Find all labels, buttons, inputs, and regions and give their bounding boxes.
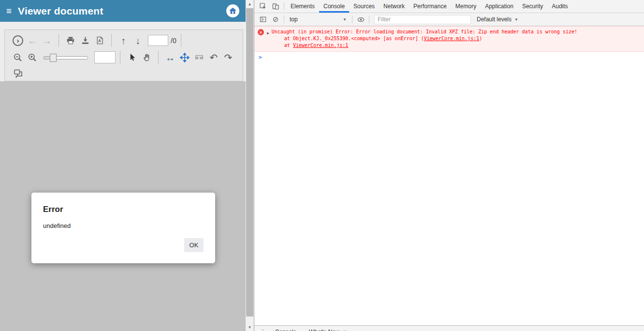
expand-sidebar-icon[interactable]: › <box>13 35 23 46</box>
devtools-tabbar: Elements Console Sources Network Perform… <box>254 0 644 13</box>
page-scrollbar[interactable]: ▲ ▼ <box>246 0 254 331</box>
tab-audits[interactable]: Audits <box>547 0 572 13</box>
hamburger-menu-icon[interactable]: ≡ <box>6 6 12 15</box>
divider <box>181 34 181 47</box>
devtools-panel: Elements Console Sources Network Perform… <box>254 0 644 331</box>
divider <box>59 34 59 47</box>
stack-frame-2: at ViewerCore.min.js:1 <box>284 42 577 49</box>
device-toolbar-button[interactable] <box>269 0 282 13</box>
live-expression-button[interactable] <box>354 15 367 24</box>
console-sidebar-icon <box>259 15 267 23</box>
next-page-icon[interactable]: ↓ <box>132 35 143 46</box>
close-icon[interactable]: × <box>343 329 347 331</box>
divider <box>352 15 352 23</box>
tab-performance[interactable]: Performance <box>409 0 451 13</box>
prompt-chevron-icon: > <box>259 54 262 60</box>
toolbar-wrapper: › ← → <box>0 22 246 81</box>
tab-application[interactable]: Application <box>481 0 518 13</box>
stack-frame-1-close: ) <box>479 36 482 41</box>
fit-page-button[interactable] <box>179 52 190 63</box>
drawer-menu-icon[interactable]: ⋮ <box>260 328 266 331</box>
rotate-cw-button[interactable]: ↷ <box>223 52 234 63</box>
divider <box>158 51 159 64</box>
fit-width-button[interactable]: ↔ <box>165 52 176 63</box>
print-button[interactable] <box>65 35 76 46</box>
stack-frame-1: at Object.KJ._0x255390.<computed> [as on… <box>284 35 577 42</box>
dialog-message: undefined <box>43 222 204 229</box>
print-icon <box>66 36 75 45</box>
select-tool-button[interactable] <box>127 52 137 63</box>
zoom-out-button[interactable] <box>13 52 23 63</box>
chevron-down-icon: ▼ <box>343 17 347 22</box>
zoom-slider-handle[interactable] <box>50 54 57 62</box>
fit-visible-button[interactable] <box>194 52 205 63</box>
comments-icon <box>13 68 23 78</box>
stack-frame-1-text: at Object.KJ._0x255390.<computed> [as on… <box>284 36 424 41</box>
console-toolbar: ⊘ top ▼ Default levels ▼ <box>254 13 644 26</box>
context-selector[interactable]: top ▼ <box>286 16 350 23</box>
page-number-input[interactable] <box>148 35 168 46</box>
log-levels-label: Default levels <box>477 16 512 23</box>
chevron-down-icon: ▼ <box>514 17 518 22</box>
move-arrows-icon <box>180 53 190 62</box>
back-icon[interactable]: ← <box>27 35 38 46</box>
export-pdf-button[interactable] <box>94 35 105 46</box>
source-link[interactable]: ViewerCore.min.js:1 <box>293 43 348 48</box>
source-link[interactable]: ViewerCore.min.js:1 <box>424 36 479 41</box>
context-selector-value: top <box>290 16 298 23</box>
console-prompt[interactable]: > <box>254 52 644 60</box>
tab-elements[interactable]: Elements <box>286 0 319 13</box>
ok-button[interactable]: OK <box>184 238 204 252</box>
document-area: Error undefined OK <box>0 81 246 331</box>
download-icon <box>81 36 90 45</box>
expand-triangle-icon[interactable]: ▶ <box>267 30 269 37</box>
divider <box>369 15 369 23</box>
inspect-element-button[interactable] <box>257 0 269 13</box>
drawer-tab-whats-new[interactable]: What's New × <box>309 329 347 331</box>
console-error-entry: × ▶ Uncaught (in promise) Error: Error l… <box>254 26 644 52</box>
scrollbar-thumb[interactable] <box>246 8 253 316</box>
page-title: Viewer document <box>18 5 103 17</box>
error-icon: × <box>258 29 264 35</box>
viewer-header: ≡ Viewer document <box>0 0 246 22</box>
pdf-file-icon <box>95 36 104 45</box>
tab-network[interactable]: Network <box>379 0 409 13</box>
viewer-toolbar: › ← → <box>4 30 243 81</box>
rotate-ccw-button[interactable]: ↶ <box>208 52 219 63</box>
error-dialog: Error undefined OK <box>31 193 215 263</box>
inspect-icon <box>259 2 267 10</box>
error-text-block: Uncaught (in promise) Error: Error loadi… <box>272 29 577 49</box>
console-sidebar-button[interactable] <box>257 15 269 23</box>
pan-tool-button[interactable] <box>141 52 152 63</box>
app-window: ≡ Viewer document › ← → <box>0 0 644 331</box>
divider <box>284 15 284 23</box>
console-empty-area[interactable] <box>254 60 644 331</box>
clear-console-icon[interactable]: ⊘ <box>269 15 282 24</box>
zoom-in-icon <box>28 53 37 62</box>
fit-visible-icon <box>194 53 205 62</box>
zoom-in-button[interactable] <box>27 52 38 63</box>
zoom-value-input[interactable] <box>94 51 116 63</box>
eye-icon <box>357 15 365 24</box>
divider <box>120 51 120 64</box>
home-button[interactable] <box>226 4 239 17</box>
previous-page-icon[interactable]: ↑ <box>118 35 129 46</box>
toolbar-row-2: ↔ <box>11 49 238 66</box>
scroll-down-icon[interactable]: ▼ <box>246 323 254 331</box>
forward-icon[interactable]: → <box>42 35 52 46</box>
tab-memory[interactable]: Memory <box>451 0 481 13</box>
tab-console[interactable]: Console <box>319 0 349 13</box>
page-total-label: /0 <box>171 37 176 45</box>
tab-security[interactable]: Security <box>518 0 547 13</box>
log-levels-dropdown[interactable]: Default levels ▼ <box>477 16 518 23</box>
download-button[interactable] <box>80 35 90 46</box>
annotations-button[interactable] <box>13 67 23 79</box>
zoom-slider[interactable] <box>44 52 88 63</box>
drawer-tab-console[interactable]: Console <box>275 329 296 331</box>
scroll-up-icon[interactable]: ▲ <box>246 0 254 8</box>
console-filter-input[interactable] <box>374 15 471 24</box>
divider <box>284 2 284 10</box>
tab-sources[interactable]: Sources <box>349 0 379 13</box>
dialog-title: Error <box>43 205 204 214</box>
divider <box>111 34 112 47</box>
